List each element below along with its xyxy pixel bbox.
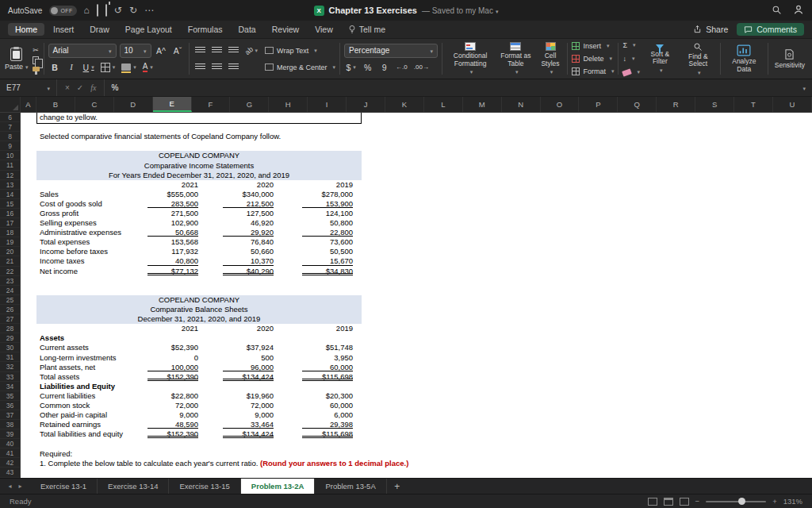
income-statement-row-label[interactable]: Total expenses — [40, 237, 90, 247]
sheet-tab-problem-13-5a[interactable]: Problem 13-5A — [315, 479, 386, 494]
income-statement-value[interactable]: 29,920 — [223, 228, 274, 237]
balance-sheet-value[interactable]: $152,390 — [147, 372, 198, 381]
cell-styles-button[interactable]: Cell Styles — [538, 41, 564, 76]
sheet-cells[interactable]: change to yellow. Selected comparative f… — [21, 113, 812, 478]
paste-button[interactable]: Paste — [5, 48, 29, 71]
column-header-I[interactable]: I — [308, 97, 347, 112]
balance-sheet-row-label[interactable]: Common stock — [40, 401, 90, 410]
add-sheet-button[interactable]: + — [387, 479, 408, 494]
income-statement-title-line[interactable]: For Years Ended December 31, 2021, 2020,… — [36, 171, 362, 180]
income-statement-value[interactable]: 50,500 — [302, 247, 353, 256]
formula-input[interactable]: % — [105, 83, 794, 92]
row-header-38[interactable]: 38 — [0, 420, 20, 429]
name-box-dropdown-icon[interactable] — [44, 83, 50, 92]
align-left-button[interactable] — [193, 60, 207, 75]
align-middle-button[interactable] — [210, 44, 224, 58]
fill-color-button[interactable] — [120, 60, 138, 75]
income-statement-title-line[interactable]: Comparative Income Statements — [36, 161, 362, 171]
balance-sheet-title-line[interactable]: COPELAND COMPANY — [36, 295, 362, 305]
currency-button[interactable]: $ — [344, 60, 358, 75]
insert-function-icon[interactable]: fx — [90, 83, 96, 92]
redo-icon[interactable]: ↻ — [129, 6, 137, 15]
comma-style-button[interactable]: 9 — [377, 60, 391, 75]
row-header-39[interactable]: 39 — [0, 429, 20, 439]
balance-sheet-row-label[interactable]: Total liabilities and equity — [40, 429, 123, 439]
balance-sheet-year[interactable]: 2021 — [147, 324, 198, 333]
income-statement-value[interactable]: 117,932 — [147, 247, 198, 256]
zoom-slider[interactable] — [706, 501, 766, 502]
copy-icon[interactable] — [33, 56, 39, 64]
intro-text-cell[interactable]: Selected comparative financial statement… — [40, 132, 281, 141]
format-as-table-button[interactable]: Format as Table — [497, 41, 534, 76]
prev-sheet-icon[interactable]: ◂ — [8, 483, 11, 490]
percent-button[interactable]: % — [361, 60, 374, 75]
column-header-N[interactable]: N — [502, 97, 541, 112]
page-layout-view-icon[interactable] — [664, 498, 673, 506]
balance-sheet-row-label[interactable]: Plant assets, net — [40, 363, 95, 372]
row-header-35[interactable]: 35 — [0, 391, 20, 401]
income-statement-row-label[interactable]: Gross profit — [40, 209, 79, 218]
required-label-cell[interactable]: Required: — [40, 449, 72, 459]
income-statement-value[interactable]: 102,900 — [147, 218, 198, 227]
sensitivity-button[interactable]: Sensitivity — [772, 41, 807, 76]
increase-font-button[interactable]: A^ — [155, 44, 168, 58]
row-header-18[interactable]: 18 — [0, 228, 20, 237]
balance-sheet-value[interactable]: 60,000 — [302, 401, 353, 410]
ribbon-tab-review[interactable]: Review — [265, 23, 306, 36]
income-statement-value[interactable]: 124,100 — [302, 209, 353, 217]
ribbon-tab-insert[interactable]: Insert — [46, 23, 81, 36]
balance-sheet-value[interactable]: $52,390 — [147, 343, 198, 352]
balance-sheet-title-line[interactable]: Comparative Balance Sheets — [36, 305, 362, 314]
sheet-tab-exercise-13-1[interactable]: Exercise 13-1 — [30, 479, 98, 494]
row-header-30[interactable]: 30 — [0, 343, 20, 352]
balance-sheet-value[interactable]: 3,950 — [302, 353, 353, 362]
income-statement-row-label[interactable]: Sales — [40, 190, 59, 199]
column-header-A[interactable]: A — [21, 97, 36, 112]
income-statement-row-label[interactable]: Net income — [40, 267, 78, 276]
income-statement-value[interactable]: 212,500 — [223, 199, 274, 208]
analyze-data-button[interactable]: Analyze Data — [725, 41, 764, 76]
balance-sheet-row-label[interactable]: Assets — [40, 333, 64, 343]
income-statement-value[interactable]: 40,800 — [147, 256, 198, 265]
income-statement-value[interactable]: 22,800 — [302, 228, 353, 237]
ribbon-tab-page-layout[interactable]: Page Layout — [118, 23, 179, 36]
column-header-R[interactable]: R — [657, 97, 695, 112]
font-color-button[interactable]: A — [141, 60, 155, 75]
column-header-J[interactable]: J — [347, 97, 385, 112]
save-status[interactable]: — Saved to my Mac — [422, 6, 499, 15]
note-cell[interactable]: change to yellow. — [36, 113, 362, 124]
row-header-13[interactable]: 13 — [0, 180, 20, 190]
column-header-U[interactable]: U — [773, 97, 812, 112]
row-header-15[interactable]: 15 — [0, 199, 20, 209]
income-statement-value[interactable]: 50,660 — [223, 247, 274, 256]
save-icon[interactable] — [97, 6, 98, 15]
sheet-tab-exercise-13-14[interactable]: Exercise 13-14 — [98, 479, 169, 494]
balance-sheet-value[interactable]: $51,748 — [302, 343, 353, 352]
income-statement-year[interactable]: 2020 — [223, 180, 274, 189]
income-statement-row-label[interactable]: Income taxes — [40, 256, 85, 266]
row-header-31[interactable]: 31 — [0, 352, 20, 362]
normal-view-icon[interactable] — [648, 498, 657, 506]
column-header-L[interactable]: L — [424, 97, 463, 112]
balance-sheet-value[interactable]: 9,000 — [223, 410, 274, 419]
decrease-font-button[interactable]: Aˇ — [171, 44, 185, 58]
row-header-17[interactable]: 17 — [0, 218, 20, 228]
page-break-view-icon[interactable] — [680, 498, 689, 506]
row-header-28[interactable]: 28 — [0, 324, 20, 333]
column-header-D[interactable]: D — [114, 97, 153, 112]
ribbon-tab-home[interactable]: Home — [8, 23, 44, 36]
sheet-tab-exercise-13-15[interactable]: Exercise 13-15 — [169, 479, 240, 494]
tell-me-button[interactable]: Tell me — [342, 23, 392, 36]
decrease-decimal-button[interactable]: .00→ — [412, 60, 431, 75]
row-header-40[interactable]: 40 — [0, 439, 20, 448]
sheet-tab-problem-13-2a[interactable]: Problem 13-2A — [241, 479, 316, 494]
balance-sheet-value[interactable]: $115,698 — [302, 429, 353, 438]
income-statement-value[interactable]: 15,670 — [302, 256, 353, 265]
borders-button[interactable] — [99, 60, 117, 75]
income-statement-value[interactable]: 50,800 — [302, 218, 353, 227]
balance-sheet-value[interactable]: 0 — [147, 353, 198, 362]
income-statement-title-line[interactable]: COPELAND COMPANY — [36, 151, 362, 160]
row-header-8[interactable]: 8 — [0, 132, 20, 141]
balance-sheet-value[interactable]: $152,390 — [147, 429, 198, 438]
align-right-button[interactable] — [227, 60, 240, 75]
